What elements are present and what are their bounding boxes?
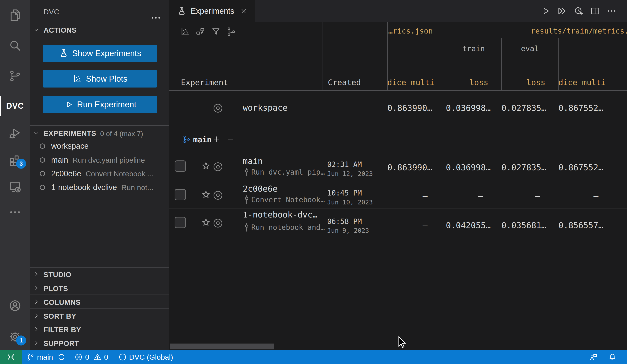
columns-chevron[interactable] <box>33 299 40 305</box>
remote-indicator[interactable] <box>0 350 22 364</box>
column-border <box>617 38 617 90</box>
sync-icon <box>57 353 66 361</box>
commit-icon <box>244 195 249 205</box>
activitybar-item-search[interactable] <box>0 34 30 57</box>
group-header-metrics-json[interactable]: …rics.json <box>387 27 439 35</box>
branch-icon[interactable] <box>226 27 236 37</box>
star-icon[interactable] <box>201 161 211 171</box>
circle-icon <box>40 144 45 149</box>
actions-chevron[interactable] <box>33 27 40 33</box>
play-icon <box>64 100 74 109</box>
branch-icon <box>26 353 35 361</box>
run-all-icon[interactable] <box>557 6 567 16</box>
experiments-chevron[interactable] <box>33 130 40 137</box>
star-icon[interactable] <box>201 190 211 200</box>
problems-status[interactable]: 0 0 <box>74 350 108 364</box>
activitybar-item-explorer[interactable] <box>0 4 30 27</box>
split-editor-icon[interactable] <box>590 6 600 16</box>
commit-icon <box>244 167 249 177</box>
column-header-eval-loss[interactable]: loss <box>501 78 552 87</box>
plots-chevron[interactable] <box>33 285 40 291</box>
column-header-experiment[interactable]: Experiment <box>181 78 228 87</box>
column-header-dice-multi[interactable]: dice_multi <box>387 78 439 87</box>
activitybar-item-settings[interactable]: 1 <box>0 325 30 348</box>
section-plots[interactable]: PLOTS <box>44 285 68 293</box>
plus-icon <box>212 135 221 143</box>
row-separator <box>169 181 627 181</box>
chevron-right-icon <box>33 312 40 319</box>
subgroup-train[interactable]: train <box>446 44 501 53</box>
horizontal-scrollbar[interactable] <box>170 344 274 349</box>
dvc-logo: DVC <box>6 102 24 110</box>
activitybar-item-dvc[interactable]: DVC <box>0 95 30 117</box>
minus-icon <box>227 135 235 143</box>
activitybar-item-extensions[interactable]: 3 <box>0 149 30 171</box>
row-checkbox[interactable] <box>175 217 186 228</box>
chevron-right-icon <box>33 326 40 332</box>
column-header-dice-multi-2[interactable]: dice_multi <box>558 78 610 87</box>
filter-icon[interactable] <box>211 27 221 37</box>
plots-icon[interactable] <box>180 27 190 37</box>
tree-item-1-notebook-dvclive[interactable]: 1-notebook-dvclive Run not... <box>30 180 169 194</box>
activitybar-item-source-control[interactable] <box>0 65 30 87</box>
experiments-header[interactable]: EXPERIMENTS <box>44 129 96 138</box>
more-actions-icon[interactable] <box>607 6 617 16</box>
add-experiment-button[interactable] <box>212 135 221 143</box>
apply-data-icon[interactable] <box>195 27 206 37</box>
show-plots-button[interactable]: Show Plots <box>43 70 157 88</box>
close-icon[interactable] <box>240 7 247 15</box>
run-experiment-button[interactable]: Run Experiment <box>43 96 157 113</box>
subgroup-eval[interactable]: eval <box>501 44 558 53</box>
actions-header[interactable]: ACTIONS <box>44 26 77 34</box>
tab-experiments[interactable]: Experiments <box>169 0 255 22</box>
status-bar: main 0 0 DVC (Global) <box>0 350 627 364</box>
column-header-created[interactable]: Created <box>328 78 361 87</box>
remove-experiment-button[interactable] <box>227 135 235 143</box>
star-icon[interactable] <box>201 217 211 227</box>
circle-icon <box>40 157 45 163</box>
support-chevron[interactable] <box>33 340 40 346</box>
bell-icon <box>608 353 617 361</box>
activitybar-item-more[interactable] <box>0 201 30 224</box>
show-experiments-button[interactable]: Show Experiments <box>43 45 157 62</box>
row-separator <box>169 126 627 126</box>
exp-circle-icon <box>213 219 222 227</box>
sidebar-more-actions[interactable] <box>150 12 161 23</box>
activitybar-item-remote-explorer[interactable] <box>0 175 30 198</box>
tree-item-main[interactable]: main Run dvc.yaml pipeline <box>30 153 169 167</box>
beaker-icon <box>59 48 69 58</box>
studio-chevron[interactable] <box>33 271 40 277</box>
run-debug-icon <box>8 127 22 140</box>
run-icon[interactable] <box>540 6 551 16</box>
settings-badge: 1 <box>16 335 26 346</box>
experiments-count: 0 of 4 (max 7) <box>100 130 143 138</box>
activitybar-item-run-debug[interactable] <box>0 122 30 145</box>
error-count: 0 <box>85 353 89 361</box>
branch-status[interactable]: main <box>26 350 66 364</box>
section-columns[interactable]: COLUMNS <box>44 298 81 307</box>
section-filter-by[interactable]: FILTER BY <box>44 326 81 334</box>
section-support[interactable]: SUPPORT <box>44 339 79 348</box>
row-checkbox[interactable] <box>175 189 186 200</box>
beaker-icon <box>177 6 187 16</box>
section-studio[interactable]: STUDIO <box>44 271 71 279</box>
search-icon <box>8 39 22 52</box>
chevron-right-icon <box>33 271 40 277</box>
queue-icon[interactable] <box>574 6 584 16</box>
notifications-status[interactable] <box>608 350 617 364</box>
filter-by-chevron[interactable] <box>33 326 40 332</box>
section-divider <box>30 336 169 336</box>
activitybar-item-account[interactable] <box>0 294 30 317</box>
ellipsis-icon <box>150 12 161 23</box>
section-sort-by[interactable]: SORT BY <box>44 312 76 320</box>
dvc-global-status[interactable]: DVC (Global) <box>118 350 173 364</box>
feedback-status[interactable] <box>589 350 598 364</box>
account-icon <box>8 299 22 312</box>
sort-by-chevron[interactable] <box>33 312 40 319</box>
tree-item-workspace[interactable]: workspace <box>30 139 169 153</box>
tree-item-2c00e6e[interactable]: 2c00e6e Convert Notebook ... <box>30 167 169 181</box>
column-header-train-loss[interactable]: loss <box>446 78 495 87</box>
group-header-results-train-metrics[interactable]: results/train/metrics.j <box>531 27 627 35</box>
row-checkbox[interactable] <box>175 160 186 172</box>
scatter-plot-icon <box>72 74 83 84</box>
